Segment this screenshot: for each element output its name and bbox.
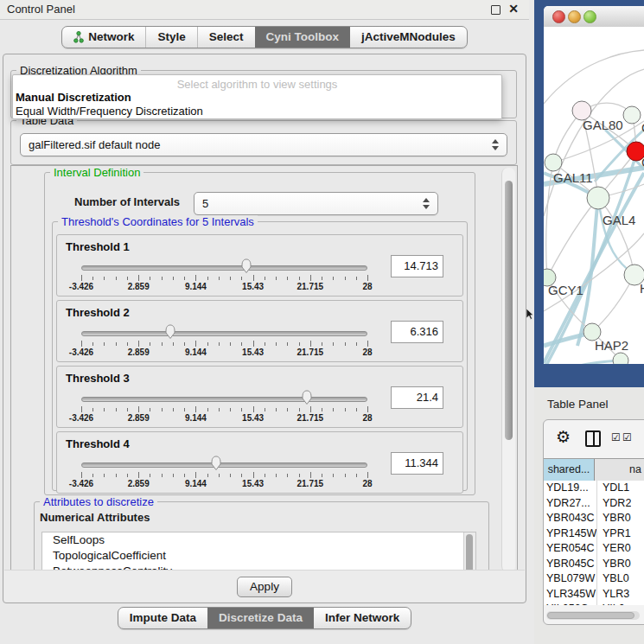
network-node[interactable] xyxy=(545,154,562,171)
tick-mark xyxy=(150,342,150,346)
table-cell: YDR27... xyxy=(544,496,597,512)
tick-mark xyxy=(299,408,300,411)
column-header[interactable]: na xyxy=(595,459,644,481)
table-hscrollbar-thumb[interactable] xyxy=(547,612,634,619)
tick-mark xyxy=(230,408,231,411)
gear-icon[interactable]: ⚙ xyxy=(556,427,571,447)
network-node[interactable] xyxy=(623,106,641,124)
tick-mark xyxy=(265,408,265,411)
settings-scrollbar[interactable] xyxy=(501,168,515,572)
threshold-value-field[interactable]: 14.713 xyxy=(391,255,443,277)
close-traffic-light-icon[interactable] xyxy=(552,10,565,23)
tab-style[interactable]: Style xyxy=(145,27,196,48)
tab-cyni-toolbox[interactable]: Cyni Toolbox xyxy=(255,27,351,48)
tick-mark xyxy=(265,277,265,280)
tab-select[interactable]: Select xyxy=(197,27,255,48)
tick-mark xyxy=(287,474,288,477)
tick-mark xyxy=(230,342,231,346)
node-label: GCY1 xyxy=(548,283,583,297)
list-scrollbar-thumb[interactable] xyxy=(466,534,473,575)
slider: -3.4262.8599.14415.4321.71528 xyxy=(81,455,367,488)
columns-icon[interactable] xyxy=(585,430,601,447)
tab-impute-data[interactable]: Impute Data xyxy=(118,608,207,628)
tick-label: -3.426 xyxy=(69,413,93,423)
table-row[interactable]: YLR345WYLR3 xyxy=(544,587,644,603)
threshold-value-field[interactable]: 21.4 xyxy=(391,386,443,409)
thresholds-group-title: Threshold's Coordinates for 5 Intervals xyxy=(58,215,258,228)
slider-track[interactable] xyxy=(81,331,367,336)
table-row[interactable]: YIL052CYIL0 xyxy=(544,602,644,605)
tick-mark xyxy=(241,474,242,477)
minimize-traffic-light-icon[interactable] xyxy=(568,10,581,23)
list-item[interactable]: TopologicalCoefficient xyxy=(42,548,475,564)
tick-mark xyxy=(150,474,150,477)
node-label: HAP2 xyxy=(595,338,628,353)
slider-track[interactable] xyxy=(81,462,367,468)
tick-mark xyxy=(253,341,254,347)
table-row[interactable]: YPR145WYPR1 xyxy=(544,526,644,542)
tab-discretize-data[interactable]: Discretize Data xyxy=(207,608,314,628)
tick-label: -3.426 xyxy=(69,282,93,291)
close-icon[interactable]: ✕ xyxy=(508,2,519,16)
number-of-intervals-value: 5 xyxy=(202,193,208,214)
table-row[interactable]: YBL079WYBL0 xyxy=(544,571,644,587)
tick-mark xyxy=(287,408,288,411)
top-tab-bar: NetworkStyleSelectCyni ToolboxjActiveMNo… xyxy=(0,26,529,48)
network-node[interactable] xyxy=(587,187,609,209)
network-node[interactable] xyxy=(613,353,628,364)
tab-network[interactable]: Network xyxy=(62,27,145,48)
table-row[interactable]: YBR045CYBR0 xyxy=(544,557,644,572)
table-row[interactable]: YDL19...YDL1 xyxy=(544,481,644,496)
settings-scrollbar-thumb[interactable] xyxy=(505,181,513,440)
tick-mark xyxy=(184,277,185,280)
apply-button[interactable]: Apply xyxy=(237,577,292,597)
threshold-value-field[interactable]: 6.316 xyxy=(391,321,443,343)
algorithm-option[interactable]: Manual Discretization xyxy=(13,91,501,105)
table-cell: YBL079W xyxy=(544,571,597,587)
column-header[interactable]: shared... xyxy=(544,459,595,481)
table-cell: YDL1 xyxy=(597,481,629,496)
bottom-tabs-group: Impute DataDiscretize DataInfer Network xyxy=(118,607,411,629)
tick-label: 28 xyxy=(362,413,372,423)
list-item[interactable]: SelfLoops xyxy=(42,532,475,548)
slider-thumb[interactable] xyxy=(164,324,176,340)
network-canvas[interactable]: GAL80GACGAL11GAL4GCY1HHAP2 xyxy=(544,27,644,364)
algorithm-option[interactable]: Equal Width/Frequency Discretization xyxy=(13,105,501,118)
table-row[interactable]: YBR043CYBR0 xyxy=(544,511,644,526)
list-scrollbar[interactable] xyxy=(463,532,475,575)
tick-mark xyxy=(104,342,105,346)
node-label: GAL4 xyxy=(603,213,635,227)
tick-mark xyxy=(287,342,288,346)
threshold-value-field[interactable]: 11.344 xyxy=(391,452,443,475)
tick-label-row: -3.4262.8599.14415.4321.71528 xyxy=(81,413,367,423)
node-label: GAL11 xyxy=(553,170,593,185)
checkbox-icon[interactable]: ☑ xyxy=(622,431,632,443)
tick-mark xyxy=(184,474,185,477)
tick-label: 21.715 xyxy=(297,348,324,357)
table-hscrollbar[interactable] xyxy=(546,611,640,620)
tick-mark xyxy=(162,342,163,346)
table-data-combo[interactable]: galFiltered.sif default node xyxy=(20,133,507,156)
zoom-traffic-light-icon[interactable] xyxy=(583,10,596,23)
slider-thumb[interactable] xyxy=(301,390,313,405)
number-of-intervals-combo[interactable]: 5 xyxy=(194,192,438,215)
checkbox-icon[interactable]: ☑ xyxy=(611,431,621,443)
table-header-row: shared...na xyxy=(544,458,644,481)
algorithm-settings-panel: Interval Definition Number of Intervals … xyxy=(10,165,518,575)
numerical-attributes-list[interactable]: SelfLoopsTopologicalCoefficientBetweenne… xyxy=(41,532,476,575)
tick-mark xyxy=(116,474,117,477)
table-row[interactable]: YER054CYER0 xyxy=(544,541,644,557)
tab-jactivemnodules[interactable]: jActiveMNodules xyxy=(350,27,467,48)
table-panel: Table Panel ⚙ ☑ ☑ shared...na YDL19...YD… xyxy=(534,387,644,644)
slider-thumb[interactable] xyxy=(210,456,222,471)
slider-track[interactable] xyxy=(81,397,367,402)
slider-track[interactable] xyxy=(81,265,367,271)
tick-label-row: -3.4262.8599.14415.4321.71528 xyxy=(81,282,367,291)
tab-infer-network[interactable]: Infer Network xyxy=(314,608,411,628)
tick-mark xyxy=(333,474,334,477)
table-row[interactable]: YDR27...YDR2 xyxy=(544,496,644,512)
float-window-icon[interactable] xyxy=(491,5,501,15)
tick-mark xyxy=(345,474,346,477)
slider-thumb[interactable] xyxy=(240,258,252,274)
slider: -3.4262.8599.14415.4321.71528 xyxy=(81,323,367,356)
